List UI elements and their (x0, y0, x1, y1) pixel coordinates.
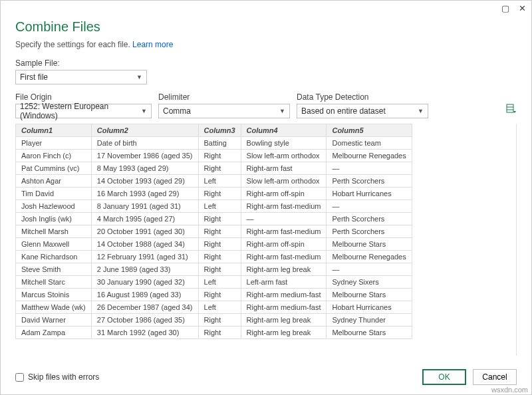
column-header[interactable]: Column3 (198, 124, 241, 137)
sample-file-label: Sample File: (15, 59, 517, 68)
sample-file-value: First file (20, 72, 48, 82)
data-type-label: Data Type Detection (297, 92, 428, 102)
table-row[interactable]: Adam Zampa31 March 1992 (aged 30)RightRi… (16, 327, 412, 339)
cell: Melbourne Stars (327, 238, 412, 251)
file-origin-field: File Origin 1252: Western European (Wind… (15, 92, 152, 118)
skip-errors-checkbox[interactable] (15, 373, 24, 382)
cell: 14 October 1988 (aged 34) (91, 238, 198, 251)
chevron-down-icon: ▼ (141, 108, 147, 114)
cell: 2 June 1989 (aged 33) (91, 263, 198, 276)
cell: Right (198, 238, 241, 251)
column-header[interactable]: Column4 (241, 124, 327, 137)
cell: 4 March 1995 (aged 27) (91, 213, 198, 225)
preview-table-wrap[interactable]: Column1Column2Column3Column4Column5 Play… (15, 124, 517, 356)
cell: Sydney Sixers (327, 276, 412, 289)
cell: Melbourne Renegades (327, 150, 412, 162)
cell: 14 October 1993 (aged 29) (91, 175, 198, 188)
table-row[interactable]: Mitchell Starc30 January 1990 (aged 32)L… (16, 276, 412, 289)
cell: Right (198, 314, 241, 327)
table-row[interactable]: Mitchell Marsh20 October 1991 (aged 30)R… (16, 225, 412, 238)
cell: Marcus Stoinis (16, 289, 92, 301)
table-row[interactable]: Glenn Maxwell14 October 1988 (aged 34)Ri… (16, 238, 412, 251)
subtitle: Specify the settings for each file. Lear… (15, 40, 517, 49)
cell: Melbourne Renegades (327, 251, 412, 263)
maximize-icon[interactable]: ▢ (501, 3, 509, 13)
cell: Date of birth (91, 137, 198, 150)
table-row[interactable]: Steve Smith2 June 1989 (aged 33)RightRig… (16, 263, 412, 276)
file-origin-dropdown[interactable]: 1252: Western European (Windows) ▼ (15, 104, 152, 118)
subtitle-text: Specify the settings for each file. (15, 40, 132, 49)
chevron-down-icon: ▼ (418, 108, 424, 114)
chevron-down-icon: ▼ (136, 74, 142, 80)
cell: 8 May 1993 (aged 29) (91, 162, 198, 175)
cell: 30 January 1990 (aged 32) (91, 276, 198, 289)
cell: Player (16, 137, 92, 150)
table-row[interactable]: Josh Hazlewood8 January 1991 (aged 31)Le… (16, 200, 412, 213)
cell: Aaron Finch (c) (16, 150, 92, 162)
cell: Right (198, 327, 241, 339)
table-row[interactable]: PlayerDate of birthBattingBowling styleD… (16, 137, 412, 150)
delimiter-dropdown[interactable]: Comma ▼ (158, 104, 290, 118)
cell: — (241, 213, 327, 225)
ok-button[interactable]: OK (422, 369, 466, 385)
button-group: OK Cancel (422, 369, 517, 385)
watermark: wsxdn.com (491, 386, 528, 394)
table-row[interactable]: David Warner27 October 1986 (aged 35)Rig… (16, 314, 412, 327)
chevron-down-icon: ▼ (279, 108, 285, 114)
cell: Right (198, 263, 241, 276)
close-icon[interactable]: ✕ (519, 3, 526, 13)
sample-file-dropdown[interactable]: First file ▼ (15, 70, 147, 84)
cell: Ashton Agar (16, 175, 92, 188)
table-row[interactable]: Aaron Finch (c)17 November 1986 (aged 35… (16, 150, 412, 162)
table-row[interactable]: Tim David16 March 1993 (aged 29)RightRig… (16, 188, 412, 200)
column-header[interactable]: Column1 (16, 124, 92, 137)
page-title: Combine Files (15, 19, 517, 35)
data-type-dropdown[interactable]: Based on entire dataset ▼ (297, 104, 428, 118)
table-row[interactable]: Kane Richardson12 February 1991 (aged 31… (16, 251, 412, 263)
skip-errors-field[interactable]: Skip files with errors (15, 372, 99, 382)
cell: Domestic team (327, 137, 412, 150)
data-type-field: Data Type Detection Based on entire data… (297, 92, 428, 118)
table-row[interactable]: Pat Cummins (vc)8 May 1993 (aged 29)Righ… (16, 162, 412, 175)
table-row[interactable]: Marcus Stoinis16 August 1989 (aged 33)Ri… (16, 289, 412, 301)
preview-table: Column1Column2Column3Column4Column5 Play… (15, 124, 412, 339)
cell: Adam Zampa (16, 327, 92, 339)
cell: Right (198, 162, 241, 175)
cell: Kane Richardson (16, 251, 92, 263)
cell: Right-arm off-spin (241, 188, 327, 200)
file-origin-value: 1252: Western European (Windows) (20, 102, 141, 120)
cell: Bowling style (241, 137, 327, 150)
cell: 16 March 1993 (aged 29) (91, 188, 198, 200)
cell: 12 February 1991 (aged 31) (91, 251, 198, 263)
extract-table-icon[interactable] (506, 104, 517, 118)
column-header[interactable]: Column2 (91, 124, 198, 137)
cell: Right-arm medium-fast (241, 289, 327, 301)
table-row[interactable]: Matthew Wade (wk)26 December 1987 (aged … (16, 301, 412, 314)
options-row: File Origin 1252: Western European (Wind… (15, 92, 517, 118)
cell: Right (198, 150, 241, 162)
cell: 31 March 1992 (aged 30) (91, 327, 198, 339)
cell: 8 January 1991 (aged 31) (91, 200, 198, 213)
cell: Josh Hazlewood (16, 200, 92, 213)
column-header[interactable]: Column5 (327, 124, 412, 137)
cell: Left (198, 276, 241, 289)
learn-more-link[interactable]: Learn more (132, 40, 173, 49)
cell: Perth Scorchers (327, 213, 412, 225)
cell: Sydney Thunder (327, 314, 412, 327)
cancel-button[interactable]: Cancel (473, 369, 517, 385)
cell: David Warner (16, 314, 92, 327)
cell: Right-arm off-spin (241, 238, 327, 251)
cell: Slow left-arm orthodox (241, 175, 327, 188)
cell: Steve Smith (16, 263, 92, 276)
delimiter-field: Delimiter Comma ▼ (158, 92, 290, 118)
cell: 17 November 1986 (aged 35) (91, 150, 198, 162)
cell: Hobart Hurricanes (327, 188, 412, 200)
table-row[interactable]: Josh Inglis (wk)4 March 1995 (aged 27)Ri… (16, 213, 412, 225)
cell: 16 August 1989 (aged 33) (91, 289, 198, 301)
cell: Right-arm leg break (241, 327, 327, 339)
table-row[interactable]: Ashton Agar14 October 1993 (aged 29)Left… (16, 175, 412, 188)
cell: Left (198, 200, 241, 213)
delimiter-value: Comma (163, 106, 191, 116)
skip-errors-label: Skip files with errors (28, 372, 99, 382)
cell: Right (198, 225, 241, 238)
